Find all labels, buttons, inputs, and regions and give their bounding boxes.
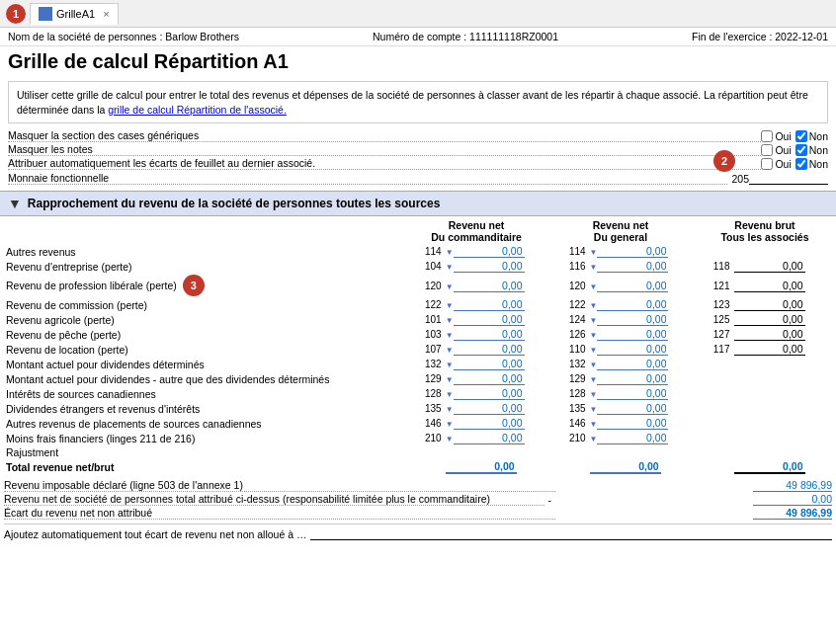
input-v1-3[interactable] (454, 298, 525, 311)
input-cell-2-13 (588, 445, 688, 459)
row-label-10: Dividendes étrangers et revenus d'intérê… (4, 401, 409, 416)
input-v1-9[interactable] (454, 387, 525, 400)
section-title: Rapprochement du revenu de la société de… (28, 197, 440, 210)
ecart-row: Écart du revenu net non attribué 49 896,… (4, 507, 832, 520)
monnaie-value: 205 (731, 173, 749, 185)
input-cell-2-10: ▼ (588, 401, 688, 416)
code1-13 (409, 445, 444, 459)
input-v3-3[interactable] (734, 298, 805, 311)
input-cell-1-10: ▼ (444, 401, 543, 416)
row-label-3: Revenu de commission (perte) (4, 297, 409, 312)
input-v3-5[interactable] (734, 328, 805, 341)
input-v1-5[interactable] (454, 328, 525, 341)
oui-label-2: Oui (775, 144, 791, 156)
input-v2-1[interactable] (597, 260, 668, 273)
tab-icon (39, 7, 52, 21)
input-cell-3-3 (732, 297, 833, 312)
code1-7: 132 (409, 357, 444, 371)
input-cell-1-1: ▼ (444, 259, 543, 274)
input-cell-2-8: ▼ (588, 371, 688, 386)
input-v3-4[interactable] (734, 313, 805, 326)
tab-close-button[interactable]: × (103, 8, 109, 20)
input-cell-1-2: ▼ (444, 274, 543, 297)
section-header: ▼ Rapprochement du revenu de la société … (0, 191, 836, 216)
input-v2-12[interactable] (597, 432, 668, 444)
col2-header: Revenu net Du general (553, 218, 688, 244)
description-link[interactable]: grille de calcul Répartition de l'associ… (108, 104, 287, 116)
code2-6: 110 (553, 342, 588, 357)
row-label-0: Autres revenus (4, 244, 409, 259)
input-v2-9[interactable] (597, 387, 668, 400)
input-v2-8[interactable] (597, 372, 668, 385)
monnaie-input[interactable] (749, 172, 828, 185)
input-cell-3-9 (732, 386, 833, 401)
monnaie-label: Monnaie fonctionnelle (8, 172, 727, 185)
table-row: Revenu de pêche (perte) 103 ▼ 126 ▼ 127 (4, 327, 832, 342)
code3-12 (698, 431, 732, 445)
input-v2-10[interactable] (597, 402, 668, 415)
non-label-1: Non (809, 130, 828, 142)
masquer-section-oui-checkbox[interactable] (761, 130, 773, 142)
code3-10 (698, 401, 732, 416)
code2-10: 135 (553, 401, 588, 416)
masquer-section-non-checkbox[interactable] (795, 130, 807, 142)
input-cell-3-11 (732, 416, 833, 431)
non-group-1: Non (795, 130, 828, 142)
input-cell-1-11: ▼ (444, 416, 543, 431)
input-v1-7[interactable] (454, 358, 525, 370)
input-cell-3-7 (732, 357, 833, 371)
input-v2-7[interactable] (597, 358, 668, 370)
input-v1-1[interactable] (454, 260, 525, 273)
collapse-arrow-icon[interactable]: ▼ (8, 196, 22, 211)
masquer-notes-oui-checkbox[interactable] (761, 144, 773, 156)
table-row: Revenu de commission (perte) 122 ▼ 122 ▼… (4, 297, 832, 312)
oui-group-2: Oui (761, 144, 791, 156)
masquer-notes-non-checkbox[interactable] (795, 144, 807, 156)
code2-9: 128 (553, 386, 588, 401)
code1-10: 135 (409, 401, 444, 416)
input-v3-6[interactable] (734, 343, 805, 356)
total-input-2[interactable] (590, 460, 661, 474)
attribuer-label: Attribuer automatiquement les écarts de … (8, 157, 761, 170)
table-row: Revenu de location (perte) 107 ▼ 110 ▼ 1… (4, 342, 832, 357)
input-v1-8[interactable] (454, 372, 525, 385)
total-input-1[interactable] (446, 460, 517, 474)
input-v1-10[interactable] (454, 402, 525, 415)
input-cell-3-13 (732, 445, 833, 459)
table-row: Revenu de profession libérale (perte)3 1… (4, 274, 832, 297)
footer-label: Ajoutez automatiquement tout écart de re… (4, 528, 306, 540)
attribuer-oui-checkbox[interactable] (761, 158, 773, 170)
input-v1-11[interactable] (454, 417, 525, 430)
code2-1: 116 (553, 259, 588, 274)
oui-group-3: Oui (761, 158, 791, 170)
input-v1-2[interactable] (454, 280, 525, 292)
input-v2-6[interactable] (597, 343, 668, 356)
attribuer-non-checkbox[interactable] (795, 158, 807, 170)
input-v1-4[interactable] (454, 313, 525, 326)
total-input-3[interactable] (734, 460, 805, 474)
footer-row: Ajoutez automatiquement tout écart de re… (4, 523, 832, 540)
input-v2-0[interactable] (597, 245, 668, 258)
input-v2-11[interactable] (597, 417, 668, 430)
input-v3-1[interactable] (734, 260, 805, 273)
masquer-section-label: Masquer la section des cases génériques (8, 129, 761, 142)
input-v1-0[interactable] (454, 245, 525, 258)
input-cell-2-6: ▼ (588, 342, 688, 357)
input-v1-6[interactable] (454, 343, 525, 356)
code1-0: 114 (409, 244, 444, 259)
input-v2-2[interactable] (597, 280, 668, 292)
input-cell-2-4: ▼ (588, 312, 688, 327)
input-v2-4[interactable] (597, 313, 668, 326)
options-section: Masquer la section des cases génériques … (0, 127, 836, 187)
input-v1-12[interactable] (454, 432, 525, 444)
footer-input[interactable] (310, 527, 832, 540)
non-label-3: Non (809, 158, 828, 170)
input-v2-3[interactable] (597, 298, 668, 311)
input-v3-2[interactable] (734, 280, 805, 292)
input-v2-5[interactable] (597, 328, 668, 341)
revenue-table: Revenu net Du commanditaire Revenu net D… (4, 218, 832, 475)
code2-2: 120 (553, 274, 588, 297)
input-cell-2-3: ▼ (588, 297, 688, 312)
code3-7 (698, 357, 732, 371)
table-row: Moins frais financiers (linges 211 de 21… (4, 431, 832, 445)
